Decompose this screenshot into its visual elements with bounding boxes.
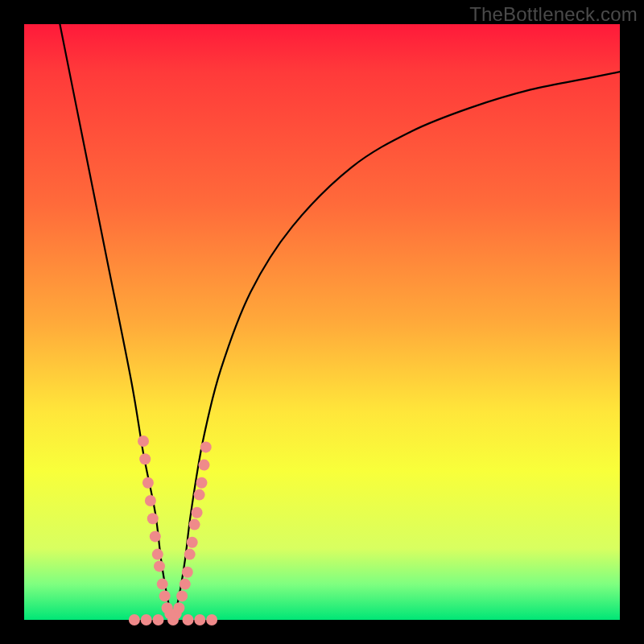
bottleneck-curve xyxy=(60,24,620,620)
marker-dot xyxy=(141,614,152,625)
marker-dot xyxy=(183,614,194,625)
marker-dot xyxy=(196,477,208,489)
marker-dot xyxy=(138,436,149,447)
marker-dot xyxy=(192,507,203,518)
marker-dot xyxy=(147,513,159,524)
highlight-markers xyxy=(129,436,217,625)
marker-dot xyxy=(180,579,191,590)
watermark-text: TheBottleneck.com xyxy=(469,3,638,26)
marker-dot xyxy=(152,549,163,560)
marker-dot xyxy=(199,460,210,471)
marker-dot xyxy=(145,495,156,506)
marker-dot xyxy=(129,614,140,625)
marker-dot xyxy=(184,549,196,560)
marker-dot xyxy=(157,579,168,590)
plot-area xyxy=(24,24,620,620)
marker-dot xyxy=(206,614,217,625)
marker-dot xyxy=(173,602,184,613)
chart-svg xyxy=(24,24,620,620)
marker-dot xyxy=(153,614,164,625)
marker-dot xyxy=(194,614,205,625)
chart-frame: TheBottleneck.com xyxy=(0,0,644,644)
marker-dot xyxy=(159,590,171,601)
marker-dot xyxy=(154,560,165,572)
marker-dot xyxy=(150,530,161,542)
marker-dot xyxy=(142,477,154,489)
marker-dot xyxy=(200,441,212,452)
marker-dot xyxy=(139,453,151,464)
marker-dot xyxy=(187,537,198,548)
marker-dot xyxy=(182,567,193,578)
marker-dot xyxy=(176,590,188,601)
marker-dot xyxy=(189,519,200,530)
marker-dot xyxy=(194,489,205,501)
